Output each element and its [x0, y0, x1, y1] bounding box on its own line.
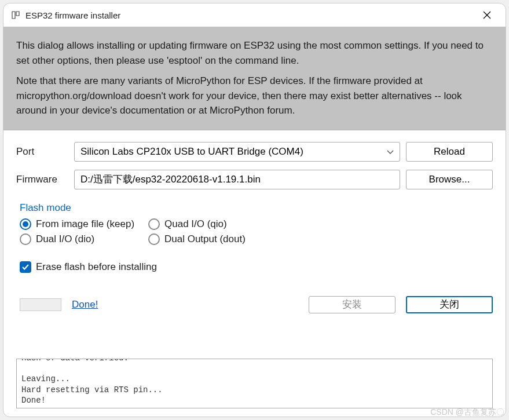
firmware-row: Firmware Browse... — [16, 170, 493, 189]
radio-label: From image file (keep) — [36, 218, 134, 230]
close-icon[interactable] — [477, 6, 497, 24]
progress-bar — [20, 298, 61, 311]
flash-mode-fieldset: Flash mode From image file (keep) Quad I… — [16, 202, 493, 245]
port-select-value: Silicon Labs CP210x USB to UART Bridge (… — [80, 146, 303, 158]
flash-mode-radio-group: From image file (keep) Quad I/O (qio) Du… — [16, 218, 493, 245]
app-icon — [10, 10, 21, 20]
chevron-down-icon — [387, 146, 394, 158]
firmware-input[interactable] — [74, 170, 400, 189]
checkbox-checked-icon — [20, 261, 31, 273]
radio-icon — [148, 218, 160, 230]
browse-button[interactable]: Browse... — [406, 170, 493, 189]
install-button[interactable]: 安装 — [309, 296, 396, 313]
close-button[interactable]: 关闭 — [406, 296, 493, 313]
flash-mode-option-dio[interactable]: Dual I/O (dio) — [20, 233, 148, 245]
flash-mode-option-qio[interactable]: Quad I/O (qio) — [148, 218, 264, 230]
dialog-window: ESP32 firmware installer This dialog all… — [3, 3, 506, 417]
erase-row: Erase flash before installing — [16, 261, 493, 273]
window-title: ESP32 firmware installer — [25, 10, 477, 20]
titlebar: ESP32 firmware installer — [3, 3, 506, 27]
action-row: Done! 安装 关闭 — [16, 296, 493, 313]
reload-button[interactable]: Reload — [406, 142, 493, 162]
flash-mode-option-dout[interactable]: Dual Output (dout) — [148, 233, 264, 245]
port-select[interactable]: Silicon Labs CP210x USB to UART Bridge (… — [74, 142, 400, 162]
firmware-label: Firmware — [16, 174, 68, 185]
radio-icon — [148, 233, 160, 245]
info-paragraph-2: Note that there are many variants of Mic… — [16, 74, 493, 118]
watermark: CSDN @古鱼复苏〇 — [430, 407, 504, 418]
port-label: Port — [16, 146, 68, 158]
erase-label: Erase flash before installing — [36, 261, 157, 273]
flash-mode-option-keep[interactable]: From image file (keep) — [20, 218, 148, 230]
info-panel: This dialog allows installing or updatin… — [3, 27, 506, 130]
erase-checkbox[interactable]: Erase flash before installing — [20, 261, 493, 273]
port-row: Port Silicon Labs CP210x USB to UART Bri… — [16, 142, 493, 162]
info-paragraph-1: This dialog allows installing or updatin… — [16, 38, 493, 68]
flash-mode-legend: Flash mode — [16, 202, 493, 214]
radio-label: Quad I/O (qio) — [164, 218, 227, 230]
radio-icon — [20, 218, 31, 230]
content-area: Port Silicon Labs CP210x USB to UART Bri… — [3, 130, 506, 349]
radio-icon — [20, 233, 31, 245]
radio-label: Dual Output (dout) — [164, 233, 246, 245]
log-output[interactable]: Hash of data verified. Leaving... Hard r… — [16, 359, 493, 408]
status-link[interactable]: Done! — [72, 299, 98, 311]
radio-label: Dual I/O (dio) — [36, 233, 94, 245]
